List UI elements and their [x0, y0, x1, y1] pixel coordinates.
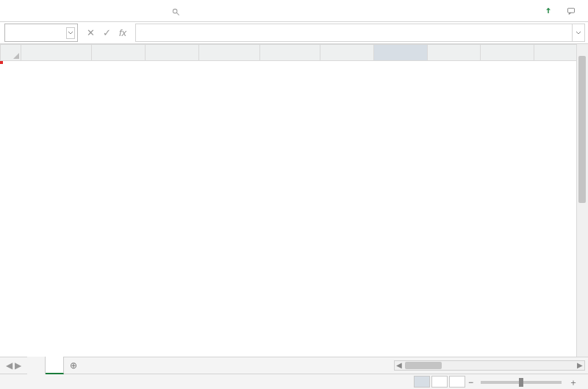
col-header-E[interactable] — [259, 45, 320, 61]
sheet-tab-0[interactable] — [27, 357, 46, 374]
chevron-down-icon — [575, 29, 582, 37]
col-header-B[interactable] — [92, 45, 146, 61]
fx-icon[interactable]: fx — [116, 27, 129, 38]
grid[interactable] — [0, 44, 588, 357]
tab-help[interactable] — [146, 0, 163, 22]
tab-home[interactable] — [22, 0, 40, 22]
highlight-box — [0, 61, 3, 64]
view-pagebreak-icon[interactable] — [449, 376, 465, 388]
col-header-I[interactable] — [481, 45, 534, 61]
share-icon — [544, 7, 553, 15]
view-pagelayout-icon[interactable] — [431, 376, 448, 388]
enter-icon[interactable]: ✓ — [100, 27, 113, 38]
tab-insert[interactable] — [40, 0, 57, 22]
status-bar: − ＋ — [0, 374, 588, 389]
svg-line-1 — [176, 13, 179, 15]
tab-formulas[interactable] — [75, 0, 93, 22]
tab-view[interactable] — [128, 0, 146, 22]
formula-input[interactable] — [135, 24, 572, 42]
formula-expand[interactable] — [572, 24, 585, 42]
col-header-H[interactable] — [427, 45, 481, 61]
col-header-A[interactable] — [21, 45, 92, 61]
formula-bar: ✕ ✓ fx — [0, 22, 588, 44]
col-header-F[interactable] — [320, 45, 374, 61]
view-normal-icon[interactable] — [414, 376, 430, 388]
tab-pagelayout[interactable] — [57, 0, 75, 22]
zoom-in-button[interactable]: ＋ — [567, 376, 579, 389]
comment-button[interactable] — [561, 7, 584, 15]
tab-search[interactable] — [163, 0, 189, 22]
share-button[interactable] — [538, 7, 561, 15]
select-all-corner[interactable] — [1, 45, 21, 61]
svg-rect-2 — [568, 8, 575, 13]
zoom-slider[interactable] — [481, 381, 562, 384]
vertical-scrollbar[interactable] — [576, 44, 588, 357]
cancel-icon[interactable]: ✕ — [84, 27, 97, 38]
formula-buttons: ✕ ✓ fx — [78, 24, 135, 42]
zoom-out-button[interactable]: − — [467, 377, 475, 388]
tab-file[interactable] — [4, 0, 22, 22]
tab-review[interactable] — [110, 0, 128, 22]
horizontal-scrollbar[interactable]: ◀▶ — [394, 360, 585, 371]
name-box[interactable] — [4, 24, 78, 42]
chevron-down-icon — [68, 30, 74, 36]
col-header-C[interactable] — [145, 45, 198, 61]
sheet-nav[interactable]: ◀ ▶ — [0, 360, 27, 371]
ribbon — [0, 0, 588, 22]
view-buttons[interactable] — [414, 376, 467, 390]
comment-icon — [567, 7, 576, 15]
tab-data[interactable] — [93, 0, 110, 22]
svg-point-0 — [173, 9, 177, 13]
search-icon — [172, 8, 180, 16]
col-header-D[interactable] — [198, 45, 259, 61]
sheet-tab-1[interactable] — [46, 357, 64, 374]
col-header-G[interactable] — [374, 45, 428, 61]
sheet-bar: ◀ ▶ ⊕ ◀▶ — [0, 357, 588, 374]
sheet-add-button[interactable]: ⊕ — [64, 360, 83, 371]
name-box-dropdown[interactable] — [66, 27, 75, 39]
